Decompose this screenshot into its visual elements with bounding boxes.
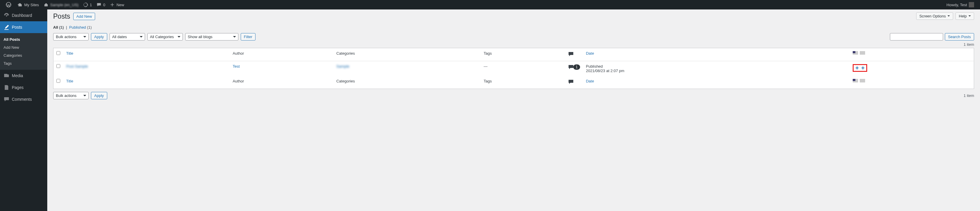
- col-categories-foot: Categories: [336, 79, 355, 83]
- menu-dashboard-label: Dashboard: [12, 13, 32, 18]
- row-tags: —: [484, 64, 487, 69]
- translation-plus-box: + +: [853, 64, 867, 72]
- flag-us-icon: [853, 51, 858, 55]
- apply-button-top[interactable]: Apply: [91, 33, 107, 40]
- screen-options-label: Screen Options: [920, 14, 946, 18]
- blogs-select[interactable]: Show all blogs: [185, 33, 239, 40]
- help-button[interactable]: Help: [956, 13, 974, 20]
- menu-media[interactable]: Media: [0, 70, 47, 82]
- comments-bar-count: 0: [103, 3, 105, 7]
- screen-options-button[interactable]: Screen Options: [916, 13, 953, 20]
- flag-us-icon: [853, 79, 858, 82]
- dates-select[interactable]: All dates: [110, 33, 145, 40]
- col-author-foot: Author: [233, 79, 244, 83]
- col-tags-foot: Tags: [484, 79, 492, 83]
- updates[interactable]: 1: [81, 0, 94, 10]
- menu-pages[interactable]: Pages: [0, 82, 47, 93]
- site-name[interactable]: Sample (en_US): [41, 0, 81, 10]
- col-categories: Categories: [336, 51, 355, 56]
- status-published[interactable]: Published (1): [69, 25, 92, 30]
- bulk-actions-select[interactable]: Bulk actions: [53, 33, 89, 40]
- submenu-all-posts[interactable]: All Posts: [0, 35, 47, 43]
- comments-icon-foot: [568, 79, 574, 85]
- col-tags: Tags: [484, 51, 492, 56]
- comments-bubble-bar[interactable]: 0: [94, 0, 108, 10]
- menu-posts-label: Posts: [12, 25, 22, 30]
- col-date[interactable]: Date: [586, 51, 594, 56]
- flags-footer: [853, 79, 866, 83]
- select-row[interactable]: [56, 64, 60, 68]
- add-new-button[interactable]: Add New: [73, 13, 95, 20]
- row-category[interactable]: Sample: [336, 64, 349, 69]
- status-all[interactable]: All (1): [53, 25, 64, 30]
- howdy-user[interactable]: Howdy, Test: [944, 0, 977, 10]
- row-date-status: Published: [586, 64, 603, 69]
- col-title[interactable]: Title: [66, 51, 73, 56]
- categories-select[interactable]: All Categories: [147, 33, 183, 40]
- search-button[interactable]: Search Posts: [945, 33, 974, 40]
- row-author[interactable]: Test: [233, 64, 240, 69]
- row-date-value: 2021/08/23 at 2:07 pm: [586, 69, 624, 73]
- bulk-actions-select-bottom[interactable]: Bulk actions: [53, 92, 89, 99]
- menu-dashboard[interactable]: Dashboard: [0, 10, 47, 21]
- site-name-label: Sample (en_US): [50, 3, 79, 7]
- submenu-add-new[interactable]: Add New: [0, 43, 47, 51]
- row-title[interactable]: Post Sample: [66, 64, 88, 69]
- howdy-text: Howdy, Test: [946, 3, 967, 7]
- help-label: Help: [959, 14, 967, 18]
- items-count-bottom: 1 item: [964, 93, 974, 98]
- chevron-down-icon: [969, 15, 971, 18]
- comments-icon: [568, 51, 574, 57]
- menu-posts[interactable]: Posts: [0, 21, 47, 33]
- chevron-down-icon: [948, 15, 950, 18]
- my-sites[interactable]: My Sites: [15, 0, 41, 10]
- add-translation-us[interactable]: +: [855, 66, 859, 70]
- select-all-bottom[interactable]: [56, 79, 60, 83]
- new-content[interactable]: New: [108, 0, 126, 10]
- select-all-top[interactable]: [56, 51, 60, 55]
- col-title-foot[interactable]: Title: [66, 79, 73, 83]
- menu-media-label: Media: [12, 73, 23, 78]
- add-translation-es[interactable]: +: [861, 66, 865, 70]
- avatar: [969, 2, 974, 7]
- flag-es-icon: [860, 51, 865, 55]
- col-author: Author: [233, 51, 244, 56]
- wp-logo[interactable]: [3, 0, 15, 10]
- table-row: Post Sample Test Sample — 1 Published 20…: [54, 61, 974, 76]
- filter-button[interactable]: Filter: [241, 33, 256, 40]
- submenu-categories[interactable]: Categories: [0, 51, 47, 59]
- updates-count: 1: [90, 3, 92, 7]
- my-sites-label: My Sites: [24, 3, 39, 7]
- flags-header: [853, 51, 866, 56]
- items-count: 1 item: [964, 42, 974, 47]
- col-date-foot[interactable]: Date: [586, 79, 594, 83]
- menu-comments[interactable]: Comments: [0, 93, 47, 105]
- row-comment-count: 1: [573, 64, 580, 70]
- flag-es-icon: [860, 79, 865, 82]
- apply-button-bottom[interactable]: Apply: [91, 92, 107, 99]
- menu-comments-label: Comments: [12, 97, 32, 102]
- search-input[interactable]: [890, 33, 943, 40]
- row-comments[interactable]: 1: [568, 64, 580, 70]
- new-label: New: [116, 3, 124, 7]
- menu-pages-label: Pages: [12, 85, 24, 90]
- submenu-tags[interactable]: Tags: [0, 59, 47, 67]
- page-title: Posts: [53, 13, 70, 21]
